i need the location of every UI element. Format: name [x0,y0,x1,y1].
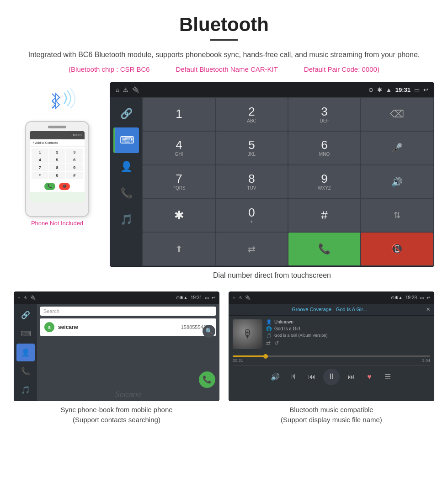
album-icon: 🌐 [266,326,272,331]
spec-chip: (Bluetooth chip : CSR BC6 [69,65,150,73]
music-screen: ⌂ ⚠ 🔌 ⊙✱▲ 19:28 ▭ ↩ Groove Coverage - Go… [229,291,434,401]
dial-key-end[interactable]: 📵 [361,233,433,265]
dialpad-caption: Dial number direct from touchscreen [110,267,434,287]
phonebook-search-bar[interactable]: Search [40,307,216,316]
equalizer-button[interactable]: 🎚 [287,370,300,384]
dial-key-9[interactable]: 9 WXYZ [288,165,360,198]
statusbar-dialpad: ⌂ ⚠ 🔌 ⊙ ✱ ▲ 19:31 ▭ ↩ [110,83,434,97]
pb-sidebar-contacts[interactable]: 👤 [16,344,35,361]
phonebook-screen: ⌂ ⚠ 🔌 ⊙✱▲ 19:31 ▭ ↩ 🔗 ⌨ 👤 📞 🎵 [14,291,219,401]
dial-key-hash[interactable]: # [288,199,360,232]
time-total: 3:04 [422,358,430,363]
sidebar-dialpad-icon[interactable]: ⌨ [113,127,139,153]
shuffle-icon[interactable]: ⇄ [266,340,271,346]
spec-name: Default Bluetooth Name CAR-KIT [176,65,278,73]
phonebook-caption: Sync phone-book from mobile phone (Suppo… [56,401,177,425]
artist-icon: 👤 [266,319,272,324]
dial-key-2[interactable]: 2 ABC [216,98,288,131]
dialpad-grid: 1 2 ABC 3 DEF ⌫ [142,97,434,266]
phonebook-status-right: ⊙✱▲ 19:31 ▭ ↩ [176,295,215,300]
usb-icon: 🔌 [132,86,139,93]
signal-icon: ▲ [386,86,392,93]
dialpad-body: 🔗 ⌨ 👤 📞 🎵 1 2 [110,97,434,266]
pb-back-icon[interactable]: ↩ [212,295,215,300]
pb-sidebar-recents[interactable]: 📞 [16,362,35,380]
dial-key-1[interactable]: 1 [143,98,215,131]
phone-key-4: 4 [32,156,48,164]
pb-warn-icon: ⚠ [23,295,27,300]
status-time: 19:31 [395,86,411,93]
music-artist: Unknown [274,319,293,324]
phone-key-6: 6 [66,156,83,164]
pb-sidebar-music[interactable]: 🎵 [16,381,35,399]
phone-key-star: * [32,172,48,179]
sidebar-recents-icon[interactable]: 📞 [113,180,139,206]
phone-screen-contact-label: + Add to Contacts [30,139,85,147]
music-album-row: 🌐 God Is a Girl [266,326,430,331]
music-top-area: 🎙 👤 Unknown 🌐 God Is a Girl [233,319,430,349]
dial-key-0[interactable]: 0 + [216,199,288,232]
bottom-screenshots-row: ⌂ ⚠ 🔌 ⊙✱▲ 19:31 ▭ ↩ 🔗 ⌨ 👤 📞 🎵 [0,287,448,434]
phone-key-3: 3 [66,148,83,156]
phone-red-button: 📵 [59,183,70,190]
android-screen-dialpad: ⌂ ⚠ 🔌 ⊙ ✱ ▲ 19:31 ▭ ↩ 🔗 ⌨ [110,82,434,267]
music-caption: Bluetooth music compatible (Support disp… [276,401,387,425]
warning-icon: ⚠ [123,86,128,93]
dial-key-star[interactable]: ✱ [143,199,215,232]
pb-sidebar-link[interactable]: 🔗 [16,307,35,324]
dial-key-7[interactable]: 7 PQRS [143,165,215,198]
music-progress-area: 00:31 3:04 [233,355,430,363]
pb-sidebar-dial[interactable]: ⌨ [16,325,35,343]
contact-row[interactable]: s seicane 15885554271 [40,318,216,336]
dial-key-volume[interactable]: 🔊 [361,165,433,198]
dial-key-mute[interactable]: 🎤 [361,132,433,164]
repeat-icon[interactable]: ↺ [274,340,279,346]
sidebar-music-icon[interactable]: 🎵 [113,207,139,233]
playlist-button[interactable]: ☰ [381,370,395,384]
phonebook-search-button[interactable]: 🔍 [203,325,215,338]
favorite-button[interactable]: ♥ [363,370,376,384]
dial-key-backspace[interactable]: ⌫ [361,98,433,131]
phonebook-sidebar: 🔗 ⌨ 👤 📞 🎵 [14,304,37,401]
music-statusbar: ⌂ ⚠ 🔌 ⊙✱▲ 19:28 ▭ ↩ [229,292,434,304]
phonebook-body: 🔗 ⌨ 👤 📞 🎵 Search s seicane 15885554271 [14,304,219,401]
next-button[interactable]: ⏭ [344,370,358,384]
back-icon[interactable]: ↩ [423,86,428,93]
dial-key-swap[interactable]: ⇅ [361,199,433,232]
statusbar-left: ⌂ ⚠ 🔌 [116,86,139,93]
dial-key-4[interactable]: 4 GHI [143,132,215,164]
dial-key-3[interactable]: 3 DEF [288,98,360,131]
phone-key-8: 8 [49,164,66,171]
phone-screen-statusbar: MX1C [30,131,85,139]
prev-button[interactable]: ⏮ [305,370,319,384]
music-controls: 🔊 🎚 ⏮ ⏸ ⏭ ♥ ☰ [233,366,430,388]
dial-key-5[interactable]: 5 JKL [216,132,288,164]
music-status-right: ⊙✱▲ 19:28 ▭ ↩ [391,295,430,300]
dialpad-sidebar: 🔗 ⌨ 👤 📞 🎵 [110,97,142,266]
search-placeholder-text: Search [43,308,59,314]
sidebar-link-icon[interactable]: 🔗 [113,101,139,127]
bluetooth-icon: ✱ [377,86,382,93]
phone-key-1: 1 [32,148,48,156]
pb-time: 19:31 [191,295,202,300]
dial-key-transfer[interactable]: ⇄ [216,233,288,265]
volume-button[interactable]: 🔊 [268,370,282,384]
dial-key-merge[interactable]: ⬆ [143,233,215,265]
header-description: Integrated with BC6 Bluetooth module, su… [27,49,421,61]
phonebook-call-button[interactable]: 📞 [199,371,215,388]
music-close-button[interactable]: ✕ [426,307,430,313]
dial-key-6[interactable]: 6 MNO [288,132,360,164]
music-album: God Is a Girl [274,326,300,331]
phone-screen: MX1C + Add to Contacts 1 2 3 4 5 6 7 8 9… [30,131,85,202]
music-back-icon[interactable]: ↩ [427,295,430,300]
dial-key-call[interactable]: 📞 [288,233,360,265]
dial-key-8[interactable]: 8 TUV [216,165,288,198]
page-header: Bluetooth Integrated with BC6 Bluetooth … [0,0,448,78]
progress-bar-background[interactable] [233,355,430,357]
dialpad-screen-section: ⌂ ⚠ 🔌 ⊙ ✱ ▲ 19:31 ▭ ↩ 🔗 ⌨ [110,82,434,287]
phonebook-section: ⌂ ⚠ 🔌 ⊙✱▲ 19:31 ▭ ↩ 🔗 ⌨ 👤 📞 🎵 [14,291,219,425]
play-pause-button[interactable]: ⏸ [323,369,340,385]
note-icon: 🎵 [266,333,272,338]
sidebar-contacts-icon[interactable]: 👤 [113,154,139,180]
phone-speaker [48,126,66,128]
